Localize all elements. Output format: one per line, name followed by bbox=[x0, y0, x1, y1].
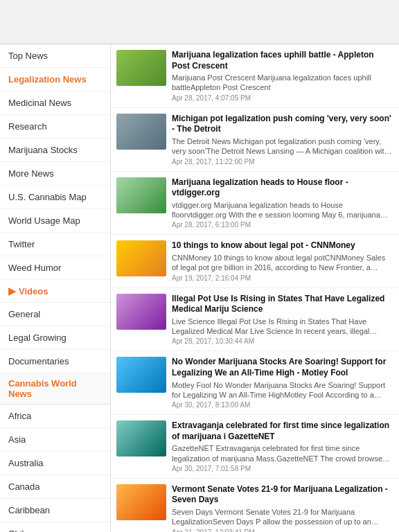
sidebar-item-label: Videos bbox=[19, 286, 48, 296]
news-content: Vermont Senate Votes 21-9 for Marijuana … bbox=[172, 484, 393, 532]
news-item-4[interactable]: 10 things to know about legal pot - CNNM… bbox=[111, 235, 399, 287]
news-date: Apr 28, 2017, 4:07:05 PM bbox=[172, 94, 393, 102]
news-snippet: GazetteNET Extravaganja celebrated for f… bbox=[172, 443, 393, 463]
sidebar-item-legal-growing[interactable]: Legal Growing bbox=[0, 326, 110, 350]
news-snippet: Seven Days Vermont Senate Votes 21-9 for… bbox=[172, 507, 393, 527]
news-content: No Wonder Marijuana Stocks Are Soaring! … bbox=[172, 357, 393, 409]
sidebar-item-cannabis-world-news[interactable]: Cannabis World News bbox=[0, 373, 110, 405]
news-snippet: Live Science Illegal Pot Use Is Rising i… bbox=[172, 317, 393, 337]
sidebar-item-legalization-news[interactable]: Legalization News bbox=[0, 68, 110, 91]
news-item-6[interactable]: No Wonder Marijuana Stocks Are Soaring! … bbox=[111, 351, 399, 415]
sidebar-item-videos[interactable]: ▶Videos bbox=[0, 280, 110, 303]
news-thumbnail bbox=[116, 484, 166, 520]
play-icon: ▶ bbox=[8, 285, 16, 296]
news-thumbnail bbox=[116, 240, 166, 276]
news-snippet: vtdigger.org Marijuana legalization head… bbox=[172, 200, 393, 220]
sidebar-item-documentaries[interactable]: Documentaries bbox=[0, 350, 110, 373]
header bbox=[0, 14, 399, 44]
news-date: Apr 19, 2017, 2:16:04 PM bbox=[172, 274, 393, 282]
news-date: Apr 30, 2017, 7:01:58 PM bbox=[172, 465, 393, 472]
sidebar-item-marijuana-stocks[interactable]: Marijuana Stocks bbox=[0, 139, 110, 162]
news-title: Marijuana legalization faces uphill batt… bbox=[172, 50, 393, 71]
news-item-5[interactable]: Illegal Pot Use Is Rising in States That… bbox=[111, 288, 399, 352]
sidebar-item-medicinal-news[interactable]: Medicinal News bbox=[0, 91, 110, 115]
news-title: Marijuana legalization heads to House fl… bbox=[172, 177, 393, 199]
news-content: Michigan pot legalization push coming 'v… bbox=[172, 114, 393, 166]
sidebar-item-top-news[interactable]: Top News bbox=[0, 44, 110, 68]
news-title: Extravaganja celebrated for first time s… bbox=[172, 420, 393, 442]
sidebar-item-general[interactable]: General bbox=[0, 303, 110, 326]
news-item-2[interactable]: Michigan pot legalization push coming 'v… bbox=[111, 108, 399, 172]
news-title: No Wonder Marijuana Stocks Are Soaring! … bbox=[172, 357, 393, 378]
news-title: Illegal Pot Use Is Rising in States That… bbox=[172, 294, 393, 315]
news-thumbnail bbox=[116, 114, 166, 150]
news-snippet: The Detroit News Michigan pot legalizati… bbox=[172, 136, 393, 157]
news-date: Apr 28, 2017, 11:22:00 PM bbox=[172, 158, 393, 166]
sidebar-item-research[interactable]: Research bbox=[0, 115, 110, 139]
status-bar bbox=[0, 0, 399, 14]
news-item-7[interactable]: Extravaganja celebrated for first time s… bbox=[111, 415, 399, 479]
news-content: Extravaganja celebrated for first time s… bbox=[172, 420, 393, 472]
news-date: Apr 30, 2017, 8:13:00 AM bbox=[172, 401, 393, 409]
news-list: Marijuana legalization faces uphill batt… bbox=[111, 44, 399, 532]
sidebar-item-twitter[interactable]: Twitter bbox=[0, 233, 110, 256]
news-thumbnail bbox=[116, 420, 166, 456]
news-title: Michigan pot legalization push coming 'v… bbox=[172, 114, 393, 135]
sidebar: Top NewsLegalization NewsMedicinal NewsR… bbox=[0, 44, 111, 532]
news-item-1[interactable]: Marijuana legalization faces uphill batt… bbox=[111, 44, 399, 108]
sidebar-item-weed-humor[interactable]: Weed Humor bbox=[0, 256, 110, 280]
news-content: 10 things to know about legal pot - CNNM… bbox=[172, 240, 393, 281]
sidebar-item-more-news[interactable]: More News bbox=[0, 162, 110, 186]
sidebar-item-us-cannabis-map[interactable]: U.S. Cannabis Map bbox=[0, 186, 110, 209]
news-title: Vermont Senate Votes 21-9 for Marijuana … bbox=[172, 484, 393, 506]
news-snippet: CNNMoney 10 things to know about legal p… bbox=[172, 253, 393, 273]
sidebar-item-asia[interactable]: Asia bbox=[0, 428, 110, 452]
news-snippet: Motley Fool No Wonder Marijuana Stocks A… bbox=[172, 380, 393, 400]
main-layout: Top NewsLegalization NewsMedicinal NewsR… bbox=[0, 44, 399, 532]
sidebar-item-world-usage-map[interactable]: World Usage Map bbox=[0, 209, 110, 233]
news-item-8[interactable]: Vermont Senate Votes 21-9 for Marijuana … bbox=[111, 479, 399, 532]
news-date: Apr 28, 2017, 10:30:44 AM bbox=[172, 337, 393, 345]
news-thumbnail bbox=[116, 357, 166, 393]
news-item-3[interactable]: Marijuana legalization heads to House fl… bbox=[111, 172, 399, 236]
sidebar-item-australia[interactable]: Australia bbox=[0, 452, 110, 475]
sidebar-item-canada[interactable]: Canada bbox=[0, 475, 110, 499]
news-content: Marijuana legalization heads to House fl… bbox=[172, 177, 393, 229]
news-date: Apr 21, 2017, 12:03:41 PM bbox=[172, 529, 393, 532]
sidebar-item-caribbean[interactable]: Caribbean bbox=[0, 499, 110, 522]
news-date: Apr 28, 2017, 6:13:00 PM bbox=[172, 221, 393, 229]
news-content: Marijuana legalization faces uphill batt… bbox=[172, 50, 393, 102]
news-thumbnail bbox=[116, 50, 166, 86]
news-title: 10 things to know about legal pot - CNNM… bbox=[172, 240, 393, 251]
news-content: Illegal Pot Use Is Rising in States That… bbox=[172, 294, 393, 346]
news-thumbnail bbox=[116, 177, 166, 213]
sidebar-item-chile[interactable]: Chile bbox=[0, 522, 110, 532]
sidebar-item-africa[interactable]: Africa bbox=[0, 405, 110, 428]
news-snippet: Marijuana Post Crescent Marijuana legali… bbox=[172, 73, 393, 93]
news-thumbnail bbox=[116, 294, 166, 330]
